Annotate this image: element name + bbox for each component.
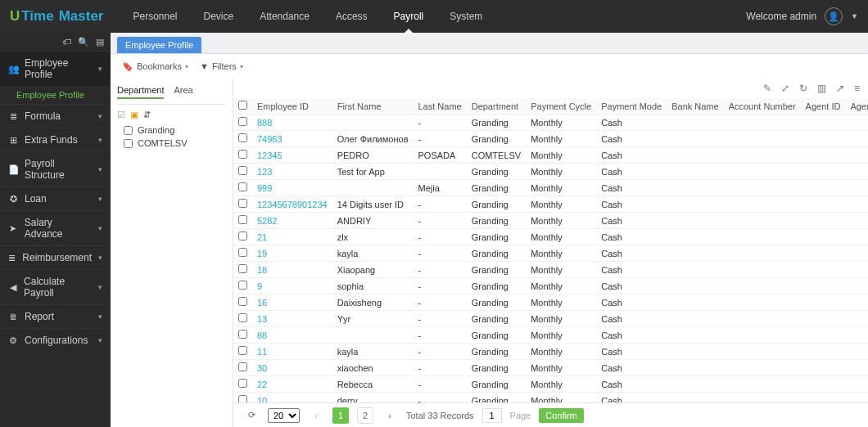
col-agent-account[interactable]: Agent Account — [845, 98, 868, 115]
cell-employee-id[interactable]: 123 — [252, 164, 332, 180]
table-row[interactable]: 12345PEDROPOSADACOMTELSVMonthlyCash✎ — [233, 147, 868, 164]
row-checkbox[interactable] — [238, 330, 247, 339]
grid-scroll[interactable]: Employee IDFirst NameLast NameDepartment… — [233, 98, 868, 402]
table-row[interactable]: 18Xiaopang-GrandingMonthlyCash✎ — [233, 262, 868, 278]
select-all-checkbox[interactable] — [238, 101, 247, 110]
cell-employee-id[interactable]: 12345 — [252, 147, 332, 164]
sidebar-item-salary-advance[interactable]: ➤Salary Advance▾ — [0, 210, 111, 245]
col-payment-mode[interactable]: Payment Mode — [596, 98, 667, 115]
nav-system[interactable]: System — [436, 0, 495, 33]
row-checkbox[interactable] — [238, 199, 247, 208]
row-checkbox[interactable] — [238, 133, 247, 142]
col-employee-id[interactable]: Employee ID — [252, 98, 332, 115]
table-row[interactable]: 5282ANDRIY-GrandingMonthlyCash✎ — [233, 213, 868, 229]
bookmarks-button[interactable]: 🔖 Bookmarks ▾ — [122, 61, 188, 72]
table-row[interactable]: 74963Олег Филимонов-GrandingMonthlyCash✎ — [233, 131, 868, 147]
cell-employee-id[interactable]: 12345678901234 — [252, 196, 332, 213]
dept-tab-area[interactable]: Area — [174, 85, 192, 99]
table-row[interactable]: 123Test for AppGrandingMonthlyCash✎ — [233, 164, 868, 180]
cell-employee-id[interactable]: 13 — [252, 311, 332, 327]
sidebar-item-report[interactable]: 🗎Report▾ — [0, 304, 111, 328]
col-first-name[interactable]: First Name — [332, 98, 414, 115]
goto-page-input[interactable] — [482, 408, 502, 423]
sidebar-item-loan[interactable]: ✪Loan▾ — [0, 187, 111, 210]
cell-employee-id[interactable]: 22 — [252, 376, 332, 393]
sidebar-item-calculate-payroll[interactable]: ◀Calculate Payroll▾ — [0, 269, 111, 304]
row-checkbox[interactable] — [238, 264, 247, 273]
tab-employee-profile[interactable]: Employee Profile — [117, 37, 201, 53]
col-account-number[interactable]: Account Number — [724, 98, 801, 115]
next-page-button[interactable]: › — [382, 407, 398, 424]
page-size-select[interactable]: 20 — [268, 408, 300, 423]
row-checkbox[interactable] — [238, 379, 247, 388]
page-1[interactable]: 1 — [332, 407, 349, 424]
row-checkbox[interactable] — [238, 150, 247, 159]
confirm-button[interactable]: Confirm — [539, 408, 584, 423]
cell-employee-id[interactable]: 21 — [252, 229, 332, 245]
table-row[interactable]: 16Daixisheng-GrandingMonthlyCash✎ — [233, 294, 868, 311]
org-icon[interactable]: ⇵ — [143, 110, 151, 120]
cell-employee-id[interactable]: 19 — [252, 245, 332, 262]
cell-employee-id[interactable]: 5282 — [252, 213, 332, 229]
user-menu-caret-icon[interactable]: ▼ — [851, 12, 858, 20]
export-icon[interactable]: ↗ — [836, 83, 844, 94]
row-checkbox[interactable] — [238, 297, 247, 306]
row-checkbox[interactable] — [238, 362, 247, 371]
refresh-icon[interactable]: ↻ — [799, 83, 807, 94]
row-checkbox[interactable] — [238, 346, 247, 355]
tree-checkbox[interactable] — [124, 139, 133, 148]
cell-employee-id[interactable]: 11 — [252, 344, 332, 360]
sidebar-item-extra-funds[interactable]: ⊞Extra Funds▾ — [0, 128, 111, 151]
user-avatar-button[interactable]: 👤 — [825, 7, 843, 25]
table-row[interactable]: 1234567890123414 Digits user ID-Granding… — [233, 196, 868, 213]
cell-employee-id[interactable]: 999 — [252, 180, 332, 196]
sidebar-item-formula[interactable]: ≣Formula▾ — [0, 104, 111, 128]
cell-employee-id[interactable]: 9 — [252, 278, 332, 294]
cell-employee-id[interactable]: 888 — [252, 115, 332, 131]
table-row[interactable]: 22Rebecca-GrandingMonthlyCash✎ — [233, 376, 868, 393]
sidebar-item-configurations[interactable]: ⚙Configurations▾ — [0, 328, 111, 352]
row-checkbox[interactable] — [238, 166, 247, 175]
table-row[interactable]: 19kayla-GrandingMonthlyCash✎ — [233, 245, 868, 262]
row-checkbox[interactable] — [238, 117, 247, 126]
dept-tab-department[interactable]: Department — [117, 85, 164, 99]
table-row[interactable]: 999MejiaGrandingMonthlyCash✎ — [233, 180, 868, 196]
table-row[interactable]: 21zlx-GrandingMonthlyCash✎ — [233, 229, 868, 245]
col-bank-name[interactable]: Bank Name — [667, 98, 723, 115]
sidebar-subitem-employee-profile[interactable]: Employee Profile — [0, 86, 111, 104]
select-all-header[interactable] — [233, 98, 252, 115]
table-row[interactable]: 88-GrandingMonthlyCash✎ — [233, 327, 868, 344]
nav-device[interactable]: Device — [191, 0, 247, 33]
nav-access[interactable]: Access — [323, 0, 381, 33]
tree-checkbox[interactable] — [124, 126, 133, 135]
fullscreen-icon[interactable]: ⤢ — [781, 83, 789, 94]
nav-payroll[interactable]: Payroll — [381, 0, 437, 33]
tree-item-granding[interactable]: Granding — [117, 124, 226, 137]
edit-icon[interactable]: ✎ — [763, 83, 771, 94]
sidebar-item-employee-profile[interactable]: 👥Employee Profile▾ — [0, 51, 111, 86]
col-department[interactable]: Department — [467, 98, 527, 115]
page-2[interactable]: 2 — [357, 407, 373, 424]
cell-employee-id[interactable]: 88 — [252, 327, 332, 344]
sidebar-item-payroll-structure[interactable]: 📄Payroll Structure▾ — [0, 151, 111, 187]
prev-page-button[interactable]: ‹ — [308, 407, 324, 424]
row-checkbox[interactable] — [238, 231, 247, 240]
table-row[interactable]: 30xiaochen-GrandingMonthlyCash✎ — [233, 360, 868, 376]
table-row[interactable]: 11kayla-GrandingMonthlyCash✎ — [233, 344, 868, 360]
collapse-icon[interactable]: ▤ — [96, 37, 104, 47]
cell-employee-id[interactable]: 16 — [252, 294, 332, 311]
row-checkbox[interactable] — [238, 248, 247, 257]
row-checkbox[interactable] — [238, 215, 247, 224]
search-icon[interactable]: 🔍 — [78, 37, 89, 47]
table-row[interactable]: 888-GrandingMonthlyCash✎ — [233, 115, 868, 131]
row-checkbox[interactable] — [238, 313, 247, 322]
col-last-name[interactable]: Last Name — [413, 98, 466, 115]
table-row[interactable]: 13Yyr-GrandingMonthlyCash✎ — [233, 311, 868, 327]
nav-attendance[interactable]: Attendance — [246, 0, 323, 33]
col-agent-id[interactable]: Agent ID — [801, 98, 846, 115]
check-all-icon[interactable]: ☑ — [117, 110, 125, 120]
nav-personnel[interactable]: Personnel — [120, 0, 190, 33]
row-checkbox[interactable] — [238, 182, 247, 191]
cell-employee-id[interactable]: 30 — [252, 360, 332, 376]
col-payment-cycle[interactable]: Payment Cycle — [526, 98, 596, 115]
